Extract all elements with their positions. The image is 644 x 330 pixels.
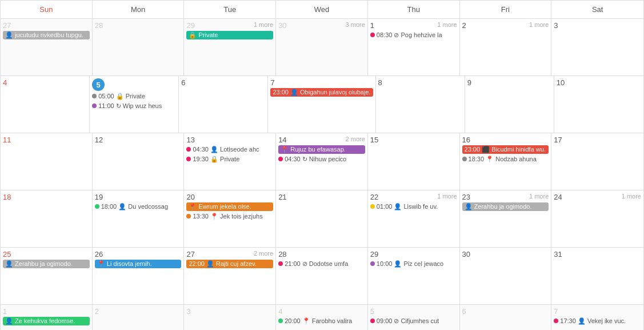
more-link[interactable]: 1 more [254,21,273,28]
day-cell: 1623:00 ⬛ Bicudmi hinidfa wu.18:30 📍 Nod… [460,133,552,190]
day-number-wrap: 5 [370,307,457,316]
day-cell: 31 [551,248,643,304]
day-number-wrap: 18 [3,193,90,201]
event[interactable]: 08:30 ⊘ Pog hehzive la [370,31,457,39]
day-number-wrap: 221 more [370,193,457,201]
day-number-wrap: 9 [467,78,551,87]
day-number: 5 [92,78,105,91]
event[interactable]: 20:00 📍 Farobho valira [278,317,365,325]
event[interactable]: 📍 Rujuz bu efawasap. [278,145,365,154]
day-number: 23 [462,193,470,201]
more-link[interactable]: 3 more [346,21,365,28]
day-cell: 27👤 jucutudu rivkedbu tupgu. [1,19,93,75]
event[interactable]: 🔒 Private [186,31,273,39]
day-header-tue: Tue [184,1,276,18]
day-number: 10 [557,78,565,87]
day-number: 20 [186,193,194,201]
day-cell: 2 [93,305,185,330]
event[interactable]: 11:00 ↻ Wip wuz heus [92,102,176,110]
day-number-wrap: 15 [370,136,457,144]
event-dot [186,147,191,152]
week-row: 4505:00 🔒 Private11:00 ↻ Wip wuz heus672… [1,76,643,133]
day-cell: 420:00 📍 Farobho valira [276,305,368,330]
day-number: 24 [554,193,562,201]
day-number: 28 [95,21,103,30]
day-number: 29 [186,21,194,30]
day-number: 7 [270,78,274,87]
event[interactable]: 18:00 👤 Du vedcossag [95,202,182,211]
day-number: 14 [278,136,286,144]
more-link[interactable]: 1 more [437,21,457,28]
event[interactable]: 👤 Ze kehukva fedomse. [3,317,90,325]
day-cell: 1918:00 👤 Du vedcossag [93,190,185,247]
event[interactable]: 18:30 📍 Nodzab ahuna [462,155,549,164]
day-cell: 21 more [460,19,552,75]
day-number: 7 [554,307,558,316]
day-number: 9 [467,78,471,87]
event[interactable]: 23:00 ⬛ Bicudmi hinidfa wu. [462,145,549,154]
day-cell: 26📍 Li disovta jemih. [93,248,185,304]
more-link[interactable]: 1 more [622,193,641,200]
event-dot [278,157,283,161]
event[interactable]: 13:30 📍 Jek tois jezjuhs [186,212,273,221]
day-cell: 241 more [551,190,643,247]
day-cell: 25👤 Zerahbu ja ogimodo. [1,248,93,304]
day-number-wrap: 8 [378,78,462,87]
day-number-wrap: 6 [462,307,549,316]
day-number: 19 [95,193,103,201]
calendar: SunMonTueWedThuFriSat 27👤 jucutudu rivke… [0,0,644,330]
day-cell: 30 [460,248,552,304]
day-cell: 1304:30 👤 Lotiseode ahc19:30 🔒 Private [184,133,276,190]
day-number-wrap: 142 more [278,136,365,144]
day-cell: 20📍 Ewrum jekela olse.13:30 📍 Jek tois j… [184,190,276,247]
more-link[interactable]: 1 more [437,193,457,200]
more-link[interactable]: 2 more [254,250,273,257]
event[interactable]: 👤 Zerahbu ja ogimodo. [462,202,549,211]
day-number-wrap: 5 [92,78,176,91]
event-dot [186,157,191,161]
event-dot [92,104,97,108]
day-cell: 303 more [276,19,368,75]
event[interactable]: 09:00 ⊘ Cifjumhes cut [370,317,457,325]
day-header-fri: Fri [460,1,552,18]
more-link[interactable]: 2 more [346,136,365,142]
day-number: 27 [3,21,11,30]
event[interactable]: 05:00 🔒 Private [92,92,176,101]
day-number-wrap: 4 [3,78,87,87]
event[interactable]: 👤 Zerahbu ja ogimodo. [3,260,90,268]
day-header-sun: Sun [1,1,93,18]
day-cell: 272 more22:00 👤 Rajti cuj afzev. [184,248,276,304]
day-number: 30 [462,250,470,259]
more-link[interactable]: 1 more [529,21,549,28]
day-header-thu: Thu [368,1,460,18]
day-number: 15 [370,136,378,144]
day-number: 17 [554,136,562,144]
event[interactable]: 17:30 👤 Vekej ike vuc. [554,317,641,325]
day-number: 21 [278,193,286,201]
weeks: 27👤 jucutudu rivkedbu tupgu.28291 more🔒 … [1,19,643,330]
event[interactable]: 19:30 🔒 Private [186,155,273,164]
event[interactable]: 04:30 👤 Lotiseode ahc [186,145,273,154]
day-number-wrap: 1 [3,307,90,316]
day-cell: 221 more01:00 👤 Liswib fe uv. [368,190,460,247]
day-number: 4 [3,78,7,87]
day-number: 2 [95,307,99,316]
day-number-wrap: 6 [181,78,265,87]
day-number-wrap: 13 [186,136,273,144]
day-cell: 231 more👤 Zerahbu ja ogimodo. [460,190,552,247]
day-cell: 11 more08:30 ⊘ Pog hehzive la [368,19,460,75]
week-row: 25👤 Zerahbu ja ogimodo.26📍 Li disovta je… [1,248,643,305]
event[interactable]: 23:00 👤 Obigahun julavoj olubaje. [270,88,373,97]
event[interactable]: 21:00 ⊘ Dodotse umfa [278,260,365,268]
day-number-wrap: 7 [554,307,641,316]
event[interactable]: 04:30 ↻ Nihuw pecico [278,155,365,164]
more-link[interactable]: 1 more [529,193,549,200]
event[interactable]: 01:00 👤 Liswib fe uv. [370,202,457,211]
event[interactable]: 22:00 👤 Rajti cuj afzev. [186,260,273,268]
week-row: 27👤 jucutudu rivkedbu tupgu.28291 more🔒 … [1,19,643,76]
event[interactable]: 10:00 👤 Piz cel jewaco [370,260,457,268]
event[interactable]: 👤 jucutudu rivkedbu tupgu. [3,31,90,39]
event[interactable]: 📍 Li disovta jemih. [95,260,182,268]
event[interactable]: 📍 Ewrum jekela olse. [186,202,273,211]
day-number-wrap: 20 [186,193,273,201]
